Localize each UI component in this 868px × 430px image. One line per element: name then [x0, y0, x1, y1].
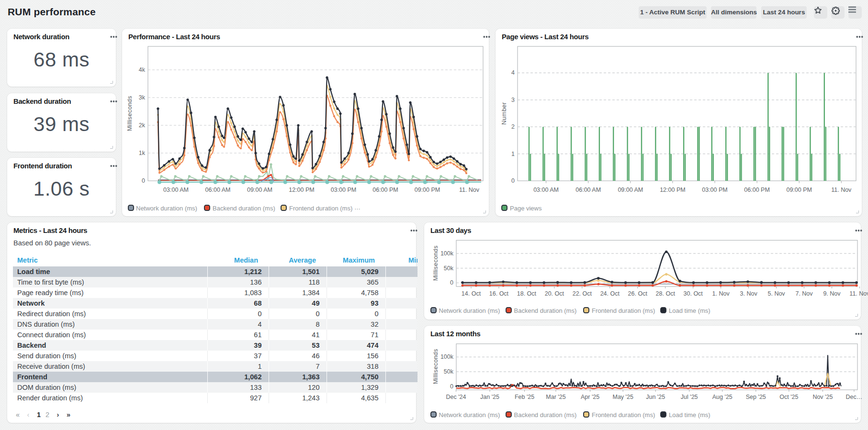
svg-text:09:00 AM: 09:00 AM	[618, 187, 643, 193]
svg-text:4k: 4k	[139, 66, 146, 73]
svg-text:Milliseconds: Milliseconds	[432, 245, 439, 281]
svg-text:1. Nov: 1. Nov	[712, 290, 730, 297]
svg-text:11. Nov: 11. Nov	[831, 187, 852, 193]
svg-text:06:00 PM: 06:00 PM	[744, 187, 770, 193]
svg-text:26. Oct: 26. Oct	[628, 290, 648, 297]
svg-text:Apr '25: Apr '25	[581, 394, 599, 400]
svg-text:2: 2	[511, 123, 515, 130]
svg-text:3. Nov: 3. Nov	[740, 290, 758, 297]
svg-text:2k: 2k	[139, 122, 146, 129]
svg-text:Jun '25: Jun '25	[646, 394, 665, 400]
svg-text:1k: 1k	[139, 150, 146, 156]
svg-text:50k: 50k	[444, 368, 454, 375]
svg-text:Dec '24: Dec '24	[446, 394, 466, 400]
svg-text:0: 0	[511, 177, 515, 184]
svg-text:09:00 PM: 09:00 PM	[415, 187, 440, 193]
svg-text:9. Nov: 9. Nov	[823, 290, 841, 297]
svg-text:5. Nov: 5. Nov	[767, 290, 785, 297]
svg-text:03:00 AM: 03:00 AM	[533, 187, 559, 193]
svg-text:100k: 100k	[440, 250, 454, 257]
svg-text:0: 0	[142, 177, 145, 184]
svg-text:20. Oct: 20. Oct	[545, 290, 564, 297]
svg-text:0: 0	[450, 279, 453, 286]
svg-text:16. Oct: 16. Oct	[489, 290, 509, 297]
svg-text:1: 1	[511, 151, 515, 157]
svg-text:06:00 PM: 06:00 PM	[372, 187, 398, 193]
svg-text:0: 0	[450, 383, 453, 390]
svg-text:Dec…: Dec…	[846, 394, 863, 400]
svg-text:Aug '25: Aug '25	[712, 394, 733, 400]
svg-text:50k: 50k	[444, 265, 454, 272]
svg-text:09:00 PM: 09:00 PM	[786, 187, 812, 193]
svg-text:06:00 AM: 06:00 AM	[575, 187, 601, 193]
svg-text:Sep '25: Sep '25	[746, 394, 766, 400]
svg-text:14. Oct: 14. Oct	[462, 290, 481, 297]
svg-text:12:00 PM: 12:00 PM	[660, 187, 686, 193]
svg-text:Oct '25: Oct '25	[779, 394, 798, 400]
svg-text:12:00 PM: 12:00 PM	[289, 187, 315, 193]
svg-text:24. Oct: 24. Oct	[600, 290, 620, 297]
svg-text:4: 4	[511, 69, 515, 76]
svg-text:3: 3	[511, 97, 515, 103]
svg-text:Feb '25: Feb '25	[515, 394, 534, 400]
svg-text:May '25: May '25	[613, 394, 633, 400]
svg-text:Milliseconds: Milliseconds	[126, 96, 133, 131]
svg-text:11. Nov: 11. Nov	[459, 187, 480, 193]
svg-text:Nov '25: Nov '25	[812, 394, 833, 400]
svg-text:Milliseconds: Milliseconds	[432, 349, 439, 384]
svg-text:30. Oct: 30. Oct	[684, 290, 703, 297]
svg-text:Jan '25: Jan '25	[480, 394, 499, 400]
svg-text:18. Oct: 18. Oct	[517, 290, 537, 297]
svg-text:11. Nov: 11. Nov	[849, 290, 868, 297]
svg-text:22. Oct: 22. Oct	[573, 290, 592, 297]
svg-text:06:00 AM: 06:00 AM	[205, 187, 231, 193]
svg-text:3k: 3k	[139, 94, 146, 101]
svg-text:03:00 AM: 03:00 AM	[163, 187, 189, 193]
svg-text:09:00 AM: 09:00 AM	[247, 187, 272, 193]
svg-text:Number: Number	[501, 102, 507, 124]
svg-text:28. Oct: 28. Oct	[656, 290, 676, 297]
svg-text:Jul '25: Jul '25	[681, 394, 698, 400]
svg-text:100k: 100k	[440, 353, 454, 360]
svg-text:03:00 PM: 03:00 PM	[331, 187, 357, 193]
svg-text:7. Nov: 7. Nov	[795, 290, 813, 297]
svg-text:03:00 PM: 03:00 PM	[702, 187, 728, 193]
svg-text:Mar '25: Mar '25	[546, 394, 565, 400]
